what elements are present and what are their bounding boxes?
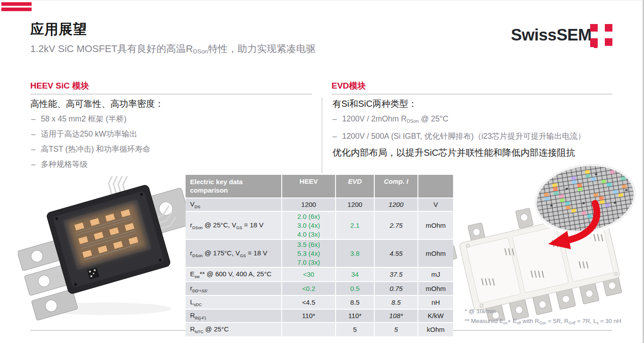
section-underline — [332, 94, 612, 94]
column-header-unit — [417, 175, 453, 198]
dash-icon: – — [31, 145, 36, 153]
evd-value: 110* — [335, 310, 374, 322]
row-label: LsDC — [186, 296, 281, 309]
evd-value: 3.8 — [335, 240, 374, 267]
slide: 应用展望 1.2kV SiC MOSFET具有良好的高温RDSon特性，助力实现… — [0, 0, 644, 343]
column-divider — [322, 97, 322, 173]
brand-bar-icon — [1, 8, 32, 11]
list-item: –1200V / 2mOhm RDSon @ 25°C — [332, 114, 585, 126]
list-item: –58 x 45 mm2 框架 (半桥) — [31, 114, 150, 124]
comp-value: 37.5 — [374, 268, 417, 281]
comp-value: 4.55 — [374, 240, 417, 267]
bullet-subscript: DSon — [407, 118, 419, 124]
comp-value: 0.75 — [374, 282, 417, 295]
heev-value: 2.0 (6x) 3.0 (4x) 4.0 (3x) — [281, 212, 335, 239]
dash-icon: – — [31, 160, 36, 169]
table-row: LsDC <4.5 8.5 8.5 nH — [186, 295, 453, 309]
bullet-text: 1200V / 2mOhm R — [342, 114, 407, 123]
column-header-evd: EVD — [335, 175, 374, 198]
subtitle-text: 1.2kV SiC MOSFET具有良好的高温R — [30, 43, 193, 54]
section-heading-heev: HEEV SiC 模块 — [30, 80, 89, 92]
bullet-text: 58 x 45 mm2 框架 (半桥) — [41, 114, 127, 123]
evd-module-image — [443, 161, 644, 321]
column-header-title: Electric key data comparison — [186, 175, 281, 198]
subtitle-text: 特性，助力实现紧凑电驱 — [208, 43, 316, 54]
table-row: VDS 1200 1200 1200 V — [186, 198, 453, 211]
bullet-text: 高TST (热冲击) 和功率循环寿命 — [41, 145, 151, 153]
dash-icon: – — [31, 129, 36, 138]
section-heading-evd: EVD模块 — [332, 80, 366, 92]
table-row: Esw** @ 600 V, 400 A, 25°C <30 34 37.5 m… — [186, 267, 453, 281]
heev-lead-text: 高性能、高可靠性、高功率密度： — [30, 98, 164, 110]
row-label: rDSon @ 175°C, VGS = 18 V — [186, 240, 281, 267]
footnote-line: ** Measured Eon+ Eoff with RGon = 5R, RG… — [465, 316, 621, 328]
evd-value: 2.1 — [335, 212, 374, 239]
table-header-row: Electric key data comparison HEEV EVD Co… — [186, 175, 453, 198]
row-label: Rth(j-F) — [186, 310, 281, 322]
unit-value: mJ — [417, 268, 453, 281]
list-item: –1200V / 500A (Si IGBT, 优化针脚排布)（i23芯片提升可… — [332, 132, 585, 141]
evd-value: 5 — [335, 323, 374, 336]
evd-note-text: 优化内部布局，以提升SiC芯片并联性能和降低内部连接阻抗 — [332, 146, 575, 159]
dash-icon: – — [332, 132, 337, 141]
heev-value: <0.2 — [281, 282, 335, 295]
list-item: –多种规格等级 — [31, 160, 150, 169]
table-row: RNTC @ 25°C 5 5 kOhm — [186, 322, 453, 336]
row-label: rDD'+SS' — [186, 282, 281, 295]
heev-value: 1200 — [281, 198, 335, 211]
heev-value — [281, 323, 335, 336]
row-label: rDSon @ 25°C, VGS = 18 V — [186, 212, 281, 239]
heev-bullet-list: –58 x 45 mm2 框架 (半桥) –适用于高达250 kW功率输出 –高… — [31, 114, 150, 175]
evd-value: 0.5 — [335, 282, 374, 295]
page-title: 应用展望 — [30, 20, 87, 39]
unit-value: mOhm — [417, 240, 453, 267]
dash-icon: – — [332, 114, 337, 123]
unit-value: nH — [417, 296, 453, 309]
evd-value: 34 — [335, 268, 374, 281]
evd-bullet-list: –1200V / 2mOhm RDSon @ 25°C –1200V / 500… — [332, 114, 585, 147]
unit-value: kOhm — [417, 323, 453, 336]
comp-value: 5 — [374, 323, 417, 336]
list-item: –适用于高达250 kW功率输出 — [31, 129, 150, 139]
unit-value: V — [417, 198, 453, 211]
heev-value: <30 — [281, 268, 335, 281]
table-row: rDSon @ 25°C, VGS = 18 V 2.0 (6x) 3.0 (4… — [186, 211, 453, 239]
heev-module-image — [18, 176, 187, 321]
evd-value: 8.5 — [335, 296, 374, 309]
bullet-text: 1200V / 500A (Si IGBT, 优化针脚排布)（i23芯片提升可提… — [342, 132, 586, 141]
bullet-text: @ 25°C — [419, 114, 449, 123]
unit-value: mOhm — [417, 212, 453, 239]
brand-wordmark: SwissSEM — [511, 26, 591, 44]
bullet-text: 多种规格等级 — [41, 160, 88, 169]
page-subtitle: 1.2kV SiC MOSFET具有良好的高温RDSon特性，助力实现紧凑电驱 — [30, 42, 316, 56]
heev-value: <4.5 — [281, 296, 335, 309]
comp-value: 8.5 — [374, 296, 417, 309]
subtitle-subscript: DSon — [193, 48, 208, 55]
evd-lead-text: 有Si和SiC两种类型： — [332, 98, 417, 110]
table-row: rDD'+SS' <0.2 0.5 0.75 mOhm — [186, 281, 453, 295]
row-label: RNTC @ 25°C — [186, 323, 281, 336]
list-item: –高TST (热冲击) 和功率循环寿命 — [31, 145, 150, 154]
brand-bar-icon — [1, 2, 32, 6]
table-row: Rth(j-F) 110* 110* 108* K/kW — [186, 309, 453, 322]
column-header-heev: HEEV — [281, 175, 335, 198]
comp-value: 1200 — [374, 198, 417, 211]
comparison-table: Electric key data comparison HEEV EVD Co… — [186, 175, 453, 343]
column-header-comp: Comp. I — [374, 175, 417, 198]
footnote-line: * @ 10l/min — [465, 307, 621, 316]
evd-value: 1200 — [335, 198, 374, 211]
brand-mark-icon — [590, 20, 614, 50]
comp-value: 2.75 — [374, 212, 417, 239]
table-row: rDSon @ 175°C, VGS = 18 V 3.5 (6x) 5.3 (… — [186, 239, 453, 267]
footnotes: * @ 10l/min ** Measured Eon+ Eoff with R… — [465, 307, 621, 328]
comp-value: 108* — [374, 310, 417, 322]
heev-value: 110* — [281, 310, 335, 322]
unit-value: mOhm — [417, 282, 453, 295]
row-label: Esw** @ 600 V, 400 A, 25°C — [186, 268, 281, 281]
section-underline — [30, 94, 312, 94]
dash-icon: – — [31, 114, 36, 123]
row-label: VDS — [186, 198, 281, 211]
heev-value: 3.5 (6x) 5.3 (4x) 7.0 (3x) — [281, 240, 335, 267]
unit-value: K/kW — [417, 310, 453, 322]
bullet-text: 适用于高达250 kW功率输出 — [41, 129, 138, 138]
